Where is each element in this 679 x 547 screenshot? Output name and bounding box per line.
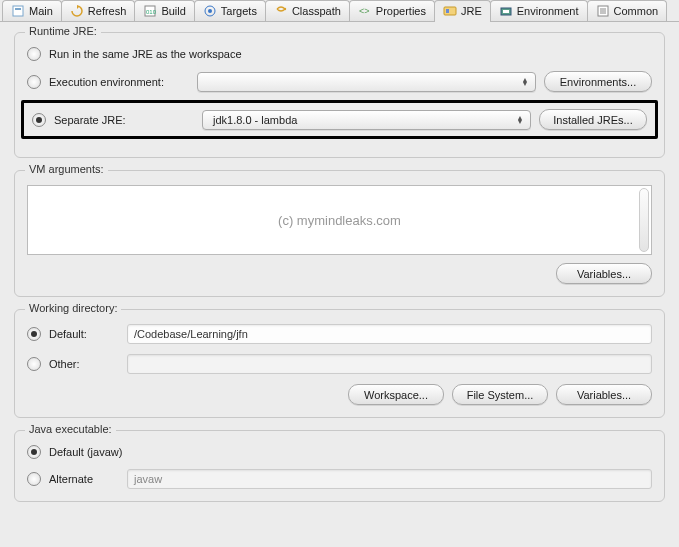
- installed-jres-button[interactable]: Installed JREs...: [539, 109, 647, 130]
- tab-label: Refresh: [88, 5, 127, 17]
- svg-text:<>: <>: [359, 6, 370, 16]
- radio-workdir-default[interactable]: [27, 327, 41, 341]
- workspace-button[interactable]: Workspace...: [348, 384, 444, 405]
- tab-label: Main: [29, 5, 53, 17]
- working-directory-group: Working directory: Default: /Codebase/Le…: [14, 309, 665, 418]
- workdir-default-field[interactable]: /Codebase/Learning/jfn: [127, 324, 652, 344]
- radio-separate-jre-label: Separate JRE:: [54, 114, 194, 126]
- tab-label: Common: [614, 5, 659, 17]
- tab-build[interactable]: 010 Build: [134, 0, 194, 21]
- tab-main[interactable]: Main: [2, 0, 62, 21]
- workdir-variables-button[interactable]: Variables...: [556, 384, 652, 405]
- radio-javaexec-default[interactable]: [27, 445, 41, 459]
- select-arrows-icon: ▲▼: [516, 116, 524, 124]
- tab-common[interactable]: Common: [587, 0, 668, 21]
- working-directory-title: Working directory:: [25, 302, 121, 314]
- tab-label: Environment: [517, 5, 579, 17]
- tab-targets[interactable]: Targets: [194, 0, 266, 21]
- java-executable-title: Java executable:: [25, 423, 116, 435]
- highlight-separate-jre: Separate JRE: jdk1.8.0 - lambda ▲▼ Insta…: [21, 100, 658, 139]
- radio-execution-env-label: Execution environment:: [49, 76, 189, 88]
- tab-label: Targets: [221, 5, 257, 17]
- runtime-jre-group: Runtime JRE: Run in the same JRE as the …: [14, 32, 665, 158]
- separate-jre-select[interactable]: jdk1.8.0 - lambda ▲▼: [202, 110, 531, 130]
- vm-variables-button[interactable]: Variables...: [556, 263, 652, 284]
- tab-label: Properties: [376, 5, 426, 17]
- jre-icon: [443, 4, 457, 18]
- radio-same-jre-label: Run in the same JRE as the workspace: [49, 48, 242, 60]
- svg-rect-9: [446, 9, 449, 13]
- tab-bar: Main Refresh 010 Build Targets Classpath…: [0, 0, 679, 22]
- svg-rect-0: [13, 6, 23, 16]
- radio-execution-env[interactable]: [27, 75, 41, 89]
- main-icon: [11, 4, 25, 18]
- svg-rect-8: [444, 7, 456, 15]
- common-icon: [596, 4, 610, 18]
- tab-label: Build: [161, 5, 185, 17]
- radio-javaexec-default-label: Default (javaw): [49, 446, 122, 458]
- select-value: jdk1.8.0 - lambda: [213, 114, 297, 126]
- watermark-text: (c) mymindleaks.com: [278, 213, 401, 228]
- svg-point-6: [284, 8, 286, 10]
- radio-javaexec-alternate-label: Alternate: [49, 473, 119, 485]
- tab-label: JRE: [461, 5, 482, 17]
- classpath-icon: [274, 4, 288, 18]
- svg-point-5: [208, 9, 212, 13]
- vm-arguments-textarea[interactable]: (c) mymindleaks.com: [27, 185, 652, 255]
- radio-javaexec-alternate[interactable]: [27, 472, 41, 486]
- runtime-jre-title: Runtime JRE:: [25, 25, 101, 37]
- vm-arguments-title: VM arguments:: [25, 163, 108, 175]
- targets-icon: [203, 4, 217, 18]
- tab-properties[interactable]: <> Properties: [349, 0, 435, 21]
- svg-rect-1: [15, 8, 21, 10]
- scrollbar-thumb[interactable]: [639, 188, 649, 252]
- radio-workdir-other[interactable]: [27, 357, 41, 371]
- tab-environment[interactable]: Environment: [490, 0, 588, 21]
- radio-same-jre[interactable]: [27, 47, 41, 61]
- environments-button[interactable]: Environments...: [544, 71, 652, 92]
- execution-env-select[interactable]: ▲▼: [197, 72, 536, 92]
- build-icon: 010: [143, 4, 157, 18]
- radio-workdir-other-label: Other:: [49, 358, 119, 370]
- radio-separate-jre[interactable]: [32, 113, 46, 127]
- radio-workdir-default-label: Default:: [49, 328, 119, 340]
- environment-icon: [499, 4, 513, 18]
- properties-icon: <>: [358, 4, 372, 18]
- tab-jre[interactable]: JRE: [434, 0, 491, 21]
- tab-refresh[interactable]: Refresh: [61, 0, 136, 21]
- refresh-icon: [70, 4, 84, 18]
- tab-content: Runtime JRE: Run in the same JRE as the …: [0, 22, 679, 528]
- workdir-other-field[interactable]: [127, 354, 652, 374]
- file-system-button[interactable]: File System...: [452, 384, 548, 405]
- tab-label: Classpath: [292, 5, 341, 17]
- svg-rect-11: [503, 10, 509, 13]
- svg-text:010: 010: [146, 9, 156, 15]
- tab-classpath[interactable]: Classpath: [265, 0, 350, 21]
- javaexec-alternate-field[interactable]: javaw: [127, 469, 652, 489]
- vm-arguments-group: VM arguments: (c) mymindleaks.com Variab…: [14, 170, 665, 297]
- select-arrows-icon: ▲▼: [521, 78, 529, 86]
- java-executable-group: Java executable: Default (javaw) Alterna…: [14, 430, 665, 502]
